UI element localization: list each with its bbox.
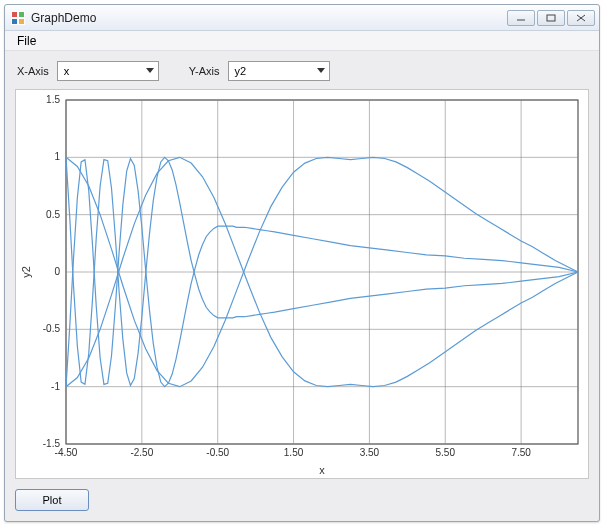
svg-text:7.50: 7.50 <box>511 447 531 458</box>
maximize-button[interactable] <box>537 10 565 26</box>
yaxis-combo[interactable]: y2 <box>228 61 330 81</box>
axis-controls: X-Axis x Y-Axis y2 <box>15 61 589 89</box>
chart-area: -4.50-2.50-0.501.503.505.507.50-1.5-1-0.… <box>15 89 589 479</box>
svg-rect-1 <box>12 12 17 17</box>
svg-rect-2 <box>19 12 24 17</box>
svg-text:5.50: 5.50 <box>436 447 456 458</box>
svg-text:-0.50: -0.50 <box>206 447 229 458</box>
svg-marker-10 <box>317 68 325 73</box>
svg-text:y2: y2 <box>20 266 32 278</box>
svg-rect-4 <box>19 19 24 24</box>
window-title: GraphDemo <box>31 11 505 25</box>
client-area: X-Axis x Y-Axis y2 -4.50-2.50-0.501.503.… <box>5 51 599 521</box>
minimize-button[interactable] <box>507 10 535 26</box>
svg-text:-1.5: -1.5 <box>43 438 61 449</box>
xaxis-combo[interactable]: x <box>57 61 159 81</box>
svg-marker-9 <box>146 68 154 73</box>
xaxis-combo-value: x <box>58 65 142 77</box>
svg-text:-0.5: -0.5 <box>43 323 61 334</box>
svg-text:x: x <box>319 464 325 476</box>
chevron-down-icon <box>313 62 329 80</box>
xaxis-label: X-Axis <box>17 65 49 77</box>
yaxis-label: Y-Axis <box>189 65 220 77</box>
svg-text:1.50: 1.50 <box>284 447 304 458</box>
yaxis-combo-value: y2 <box>229 65 313 77</box>
app-icon <box>11 11 25 25</box>
chart-svg: -4.50-2.50-0.501.503.505.507.50-1.5-1-0.… <box>16 90 588 478</box>
svg-text:-1: -1 <box>51 381 60 392</box>
svg-text:1.5: 1.5 <box>46 94 60 105</box>
svg-rect-3 <box>12 19 17 24</box>
chevron-down-icon <box>142 62 158 80</box>
svg-text:0.5: 0.5 <box>46 209 60 220</box>
bottom-panel: Plot <box>15 479 589 511</box>
svg-text:3.50: 3.50 <box>360 447 380 458</box>
plot-button[interactable]: Plot <box>15 489 89 511</box>
svg-text:1: 1 <box>54 151 60 162</box>
svg-rect-6 <box>547 15 555 21</box>
menubar: File <box>5 31 599 51</box>
app-window: GraphDemo File X-Axis x Y-Axis y2 <box>4 4 600 522</box>
titlebar: GraphDemo <box>5 5 599 31</box>
svg-text:-2.50: -2.50 <box>130 447 153 458</box>
menu-file[interactable]: File <box>11 32 42 50</box>
svg-text:0: 0 <box>54 266 60 277</box>
close-button[interactable] <box>567 10 595 26</box>
